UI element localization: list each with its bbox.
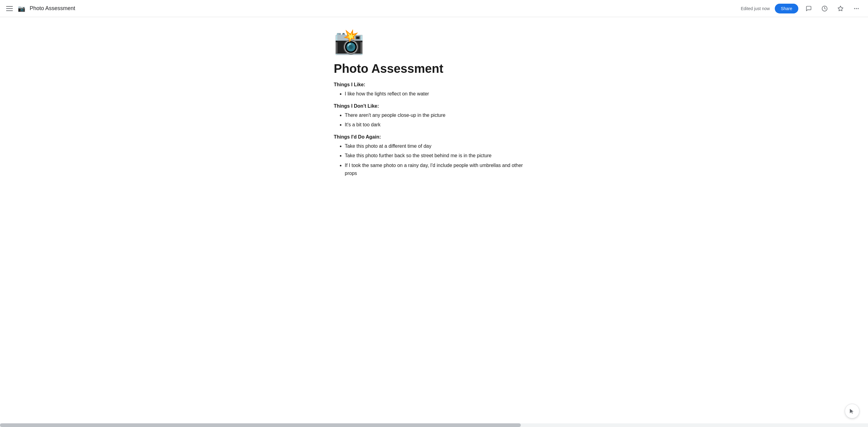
more-icon: [853, 5, 860, 11]
top-bar-right: Edited just now Share: [741, 3, 862, 14]
horizontal-scrollbar[interactable]: [0, 423, 868, 427]
star-icon: [837, 5, 843, 11]
comment-button[interactable]: [803, 3, 814, 14]
share-button[interactable]: Share: [775, 4, 798, 13]
document-content: 📸 Photo Assessment Things I Like: I like…: [309, 17, 559, 203]
section-heading-likes: Things I Like:: [334, 82, 534, 87]
section-heading-do-again: Things I'd Do Again:: [334, 134, 534, 140]
document-cover-emoji: 📸: [334, 29, 534, 54]
svg-marker-1: [838, 6, 843, 11]
cursor-icon: [849, 408, 856, 415]
history-button[interactable]: [819, 3, 830, 14]
list-item: It's a bit too dark: [345, 121, 534, 129]
list-item: I like how the lights reflect on the wat…: [345, 90, 534, 98]
top-bar-left: 📷 Photo Assessment: [6, 5, 75, 12]
comment-icon: [806, 5, 812, 11]
cursor-mode-button[interactable]: [845, 404, 860, 419]
cover-icon: 📸: [334, 29, 364, 54]
menu-icon[interactable]: [6, 5, 13, 12]
svg-point-3: [856, 8, 857, 9]
document-main-title: Photo Assessment: [334, 61, 534, 76]
do-again-list: Take this photo at a different time of d…: [334, 142, 534, 177]
list-item: If I took the same photo on a rainy day,…: [345, 162, 534, 177]
document-title: Photo Assessment: [30, 5, 75, 11]
more-options-button[interactable]: [851, 3, 862, 14]
list-item: Take this photo at a different time of d…: [345, 142, 534, 150]
likes-list: I like how the lights reflect on the wat…: [334, 90, 534, 98]
svg-point-2: [854, 8, 855, 9]
section-heading-dislikes: Things I Don't Like:: [334, 104, 534, 109]
edited-status: Edited just now: [741, 6, 770, 11]
list-item: Take this photo further back so the stre…: [345, 152, 534, 160]
list-item: There aren't any people close-up in the …: [345, 111, 534, 119]
history-icon: [822, 5, 828, 11]
scrollbar-thumb[interactable]: [0, 423, 521, 427]
svg-point-4: [858, 8, 859, 9]
dislikes-list: There aren't any people close-up in the …: [334, 111, 534, 129]
document-icon: 📷: [18, 5, 25, 12]
star-button[interactable]: [835, 3, 846, 14]
top-navigation-bar: 📷 Photo Assessment Edited just now Share: [0, 0, 868, 17]
